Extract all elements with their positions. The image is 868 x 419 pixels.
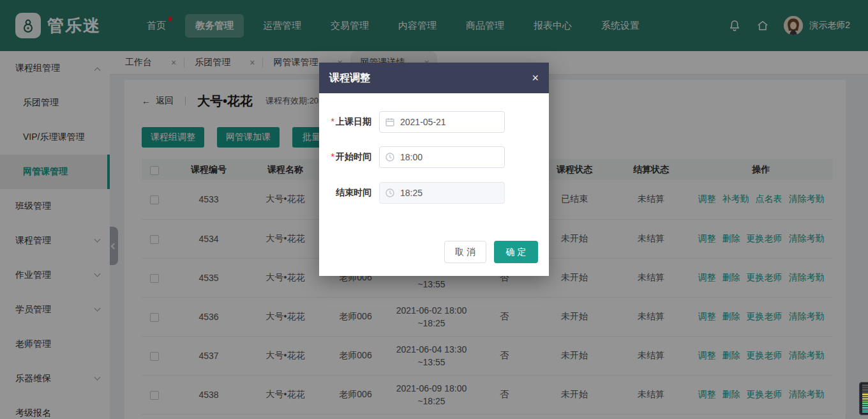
class-date-field[interactable] (379, 111, 505, 133)
confirm-button[interactable]: 确 定 (494, 241, 538, 263)
field-label: 结束时间 (324, 187, 371, 199)
cancel-button[interactable]: 取 消 (444, 241, 486, 263)
color-stripes-widget[interactable] (859, 382, 868, 415)
course-adjust-modal: 课程调整 × *上课日期 *开始时间 (319, 63, 549, 276)
required-asterisk: * (331, 151, 334, 162)
class-date-input[interactable] (379, 111, 505, 133)
field-label: *开始时间 (324, 151, 371, 163)
start-time-field[interactable] (379, 146, 505, 168)
required-asterisk: * (331, 116, 334, 126)
start-time-input[interactable] (379, 146, 505, 168)
form-row-end-time: 结束时间 (319, 182, 549, 204)
end-time-field[interactable] (379, 182, 505, 204)
calendar-icon (385, 117, 395, 127)
modal-header: 课程调整 × (319, 63, 549, 93)
color-stripes (862, 385, 868, 413)
modal-title: 课程调整 (329, 72, 370, 85)
clock-icon (385, 188, 395, 198)
end-time-input[interactable] (379, 182, 505, 204)
field-label: *上课日期 (324, 116, 371, 128)
screen: 管乐迷 首页 教务管理 运营管理 交易管理 内容管理 商品管理 报表中心 系统设… (0, 0, 868, 419)
modal-body: *上课日期 *开始时间 (319, 111, 549, 263)
clock-icon (385, 152, 395, 162)
close-icon[interactable]: × (532, 72, 539, 85)
form-row-start-time: *开始时间 (319, 146, 549, 168)
form-row-date: *上课日期 (319, 111, 549, 133)
modal-footer: 取 消 确 定 (319, 241, 549, 263)
